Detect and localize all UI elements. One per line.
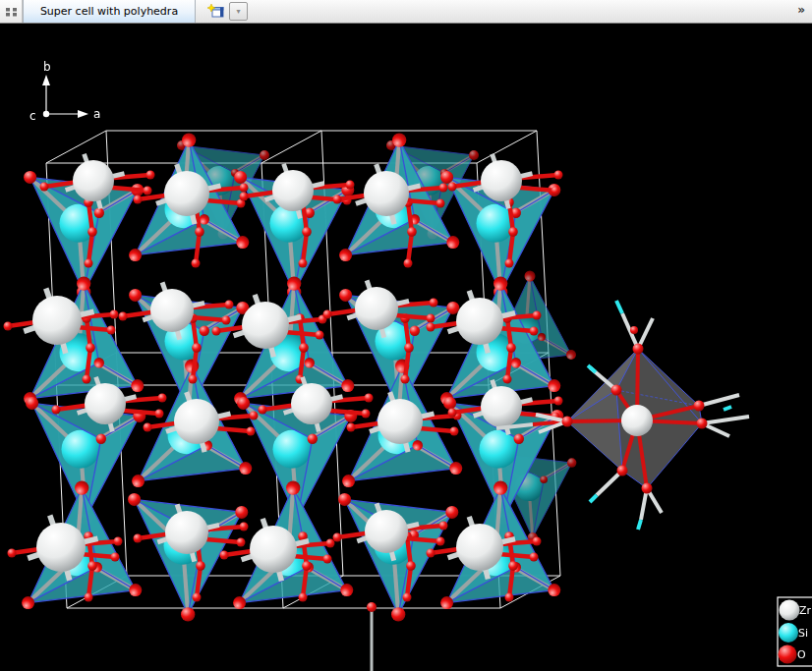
tab-strip-gap xyxy=(196,0,203,23)
structure-canvas: b a c Zr Si O xyxy=(0,24,812,671)
legend-si-label: Si xyxy=(798,627,808,640)
tab-super-cell[interactable]: Super cell with polyhedra xyxy=(23,0,196,23)
new-view-button[interactable] xyxy=(203,0,229,23)
tab-overflow-button[interactable]: » xyxy=(797,0,812,23)
legend-si-sphere xyxy=(779,623,798,643)
viewport-3d[interactable]: b a c Zr Si O xyxy=(0,24,812,671)
b-axis-label: b xyxy=(43,60,51,74)
legend-o-sphere xyxy=(779,645,797,664)
tab-bar: Super cell with polyhedra ▾ » xyxy=(0,0,812,24)
views-grid-icon xyxy=(6,7,17,17)
tab-label: Super cell with polyhedra xyxy=(40,5,178,18)
crystal-viewer-window: Super cell with polyhedra ▾ » xyxy=(0,0,812,671)
views-grid-button[interactable] xyxy=(0,0,23,23)
element-legend: Zr Si O xyxy=(778,597,812,666)
new-view-dropdown[interactable]: ▾ xyxy=(229,2,248,21)
legend-zr-sphere xyxy=(780,600,800,621)
legend-zr-label: Zr xyxy=(799,604,812,617)
c-axis-dot xyxy=(43,111,49,117)
new-view-icon xyxy=(207,4,225,20)
c-axis-label: c xyxy=(29,109,36,123)
a-axis-label: a xyxy=(93,107,100,121)
legend-o-label: O xyxy=(797,648,806,661)
chevron-down-icon: ▾ xyxy=(236,8,240,16)
